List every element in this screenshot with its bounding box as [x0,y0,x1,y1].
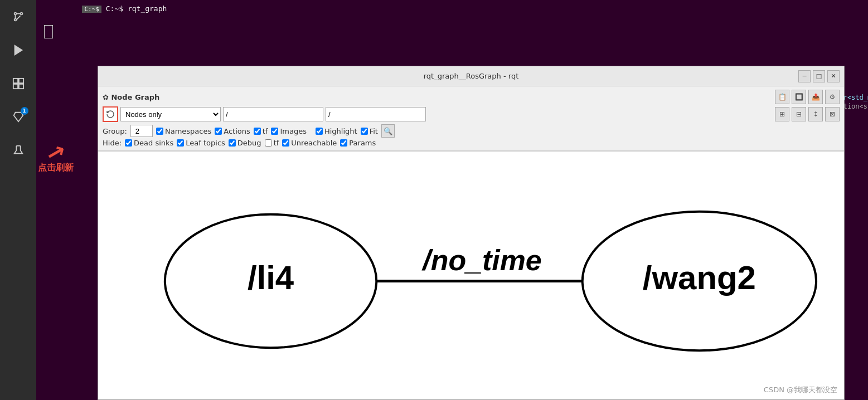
annotation: → 点击刷新 [38,139,74,174]
refresh-button[interactable] [103,106,118,122]
svg-rect-10 [18,84,23,89]
namespaces-label: Namespaces [165,127,211,135]
hide-label: Hide: [103,139,122,147]
fit-checkbox[interactable] [361,128,368,135]
main-dialog: rqt_graph__RosGraph - rqt − □ ✕ ✿ Node G… [98,66,845,400]
sidebar [0,0,36,400]
toolbar-row2: Nodes only Nodes/Topics (all) Nodes/Topi… [103,106,840,122]
svg-marker-6 [14,46,22,55]
svg-text:/li4: /li4 [248,259,294,296]
filter1-input[interactable] [223,107,323,121]
icon-btn-1[interactable]: 📋 [775,90,789,104]
sidebar-icon-flask[interactable] [7,139,30,162]
view-icon-1[interactable]: ⊞ [775,107,789,121]
filter2-input[interactable] [326,107,426,121]
svg-text:/no_time: /no_time [421,244,541,276]
group-label: Group: [103,127,127,135]
minimize-button[interactable]: − [798,70,811,82]
tf-checkbox[interactable] [254,128,261,135]
svg-line-5 [16,16,20,19]
titlebar-controls: − □ ✕ [798,70,840,82]
toolbar-right-icons: 📋 🔲 📤 ⚙ [775,90,840,104]
tf-checkbox-item[interactable]: tf [254,127,268,135]
sidebar-icon-source-control[interactable] [7,106,30,128]
dead-sinks-checkbox-item[interactable]: Dead sinks [125,139,173,147]
images-checkbox-item[interactable]: Images [271,127,307,135]
actions-checkbox[interactable] [215,128,222,135]
graph-svg: /li4 /no_time /wang2 [98,152,844,399]
maximize-button[interactable]: □ [813,70,825,82]
dead-sinks-checkbox[interactable] [125,139,132,147]
unreachable-checkbox[interactable] [282,139,289,147]
images-checkbox[interactable] [271,128,278,135]
toolbar-area: ✿ Node Graph 📋 🔲 📤 ⚙ Nodes only Nodes/To… [98,86,844,151]
actions-label: Actions [224,127,250,135]
toolbar-row4: Hide: Dead sinks Leaf topics Debug tf Un… [103,139,840,147]
leaf-topics-checkbox-item[interactable]: Leaf topics [177,139,225,147]
toolbar-row3: Group: Namespaces Actions tf Images Hi [103,124,840,138]
namespaces-checkbox-item[interactable]: Namespaces [156,127,211,135]
images-label: Images [280,127,307,135]
svg-point-2 [14,19,16,21]
dead-sinks-label: Dead sinks [134,139,173,147]
icon-btn-4[interactable]: ⚙ [825,90,840,104]
view-icon-4[interactable]: ⊠ [825,107,840,121]
params-label: Params [349,139,376,147]
leaf-topics-label: Leaf topics [186,139,225,147]
watermark: CSDN @我哪天都没空 [764,385,837,395]
tf-label: tf [263,127,268,135]
close-button[interactable]: ✕ [827,70,840,82]
svg-point-1 [20,13,22,15]
debug-checkbox-item[interactable]: Debug [229,139,261,147]
svg-point-0 [14,13,16,15]
tf2-label: tf [274,139,279,147]
highlight-checkbox[interactable] [316,128,323,135]
sidebar-icon-run[interactable] [7,39,30,61]
toolbar-row1: ✿ Node Graph 📋 🔲 📤 ⚙ [103,90,840,104]
actions-checkbox-item[interactable]: Actions [215,127,250,135]
unreachable-checkbox-item[interactable]: Unreachable [282,139,337,147]
sidebar-icon-git[interactable] [7,6,30,28]
sidebar-icon-extensions[interactable] [7,72,30,95]
highlight-checkbox-item[interactable]: Highlight [316,127,357,135]
leaf-topics-checkbox[interactable] [177,139,184,147]
icon-btn-3[interactable]: 📤 [808,90,823,104]
magnify-button[interactable]: 🔍 [381,124,395,138]
view-icon-3[interactable]: ↕ [808,107,823,121]
view-icon-2[interactable]: ⊟ [792,107,806,121]
tf2-checkbox[interactable] [265,139,272,147]
icon-btn-2[interactable]: 🔲 [792,90,806,104]
tf2-checkbox-item[interactable]: tf [265,139,279,147]
highlight-label: Highlight [324,127,357,135]
svg-rect-8 [18,79,23,83]
node-graph-label: ✿ Node Graph [103,93,159,101]
unreachable-label: Unreachable [291,139,337,147]
group-number-input[interactable] [130,125,153,137]
titlebar-title: rqt_graph__RosGraph - rqt [424,72,519,80]
fit-checkbox-item[interactable]: Fit [361,127,378,135]
namespaces-checkbox[interactable] [156,128,163,135]
params-checkbox[interactable] [340,139,347,147]
svg-rect-7 [13,79,17,83]
graph-area[interactable]: /li4 /no_time /wang2 CSDN @我哪天都没空 [98,151,844,399]
titlebar: rqt_graph__RosGraph - rqt − □ ✕ [98,66,844,86]
debug-checkbox[interactable] [229,139,236,147]
svg-rect-9 [13,84,17,89]
svg-text:/wang2: /wang2 [643,259,756,296]
params-checkbox-item[interactable]: Params [340,139,376,147]
display-mode-dropdown[interactable]: Nodes only Nodes/Topics (all) Nodes/Topi… [120,107,221,121]
debug-label: Debug [237,139,261,147]
fit-label: Fit [370,127,378,135]
terminal-line1: C:~$ C:~$ rqt_graph [43,4,861,13]
